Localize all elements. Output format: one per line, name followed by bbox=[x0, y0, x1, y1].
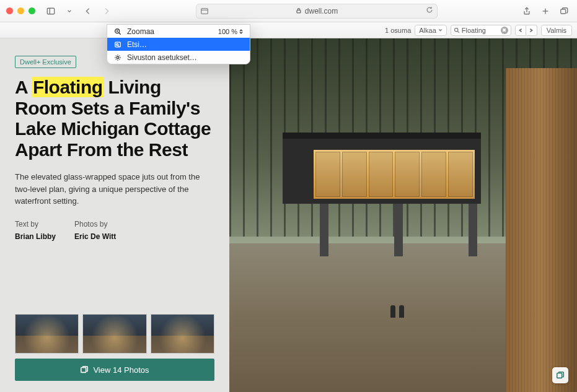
find-input-value: Floating bbox=[462, 27, 486, 34]
browser-toolbar: dwell.com bbox=[0, 0, 577, 22]
tab-group-chevron-icon[interactable] bbox=[63, 4, 76, 18]
svg-line-17 bbox=[457, 31, 459, 33]
find-count: 1 osuma bbox=[385, 27, 411, 34]
thumbnail[interactable] bbox=[82, 314, 146, 354]
svg-line-9 bbox=[119, 32, 121, 34]
new-tab-button[interactable] bbox=[539, 4, 552, 18]
svg-point-13 bbox=[117, 43, 118, 45]
find-highlight: Floating bbox=[32, 77, 104, 97]
address-domain: dwell.com bbox=[305, 7, 338, 15]
menu-zoom-label: Zoomaa bbox=[127, 27, 154, 36]
find-prev-button[interactable] bbox=[515, 25, 526, 36]
forward-button[interactable] bbox=[100, 4, 113, 18]
page-settings-icon[interactable] bbox=[200, 7, 209, 15]
menu-settings-label: Sivuston asetukset… bbox=[127, 53, 197, 62]
reload-button[interactable] bbox=[426, 6, 433, 15]
photos-by-author[interactable]: Eric De Witt bbox=[74, 232, 116, 241]
photos-by-label: Photos by bbox=[74, 220, 116, 229]
menu-site-settings[interactable]: Sivuston asetukset… bbox=[107, 51, 250, 64]
find-bar: 1 osuma Alkaa Floating Valmis bbox=[0, 22, 577, 38]
minimize-window-button[interactable] bbox=[17, 7, 24, 14]
share-button[interactable] bbox=[520, 4, 534, 18]
svg-rect-0 bbox=[47, 8, 54, 14]
clear-find-button[interactable] bbox=[501, 27, 508, 34]
svg-rect-2 bbox=[201, 8, 208, 14]
tab-overview-button[interactable] bbox=[557, 4, 571, 18]
find-scope-select[interactable]: Alkaa bbox=[415, 25, 447, 36]
thumbnail[interactable] bbox=[15, 314, 79, 354]
svg-rect-7 bbox=[561, 9, 566, 13]
find-icon bbox=[113, 41, 122, 48]
stepper-icon bbox=[239, 29, 244, 34]
gallery-icon bbox=[556, 371, 565, 380]
gallery-icon bbox=[80, 365, 89, 374]
page-menu: Zoomaa 100 % Etsi… Sivuston asetukset… bbox=[107, 24, 250, 64]
find-next-button[interactable] bbox=[526, 25, 537, 36]
article-headline: A Floating Living Room Sets a Family's L… bbox=[15, 77, 214, 160]
hero-image bbox=[229, 38, 577, 392]
svg-rect-21 bbox=[557, 373, 562, 378]
exclusive-badge: Dwell+ Exclusive bbox=[15, 56, 76, 68]
menu-zoom[interactable]: Zoomaa 100 % bbox=[107, 25, 250, 38]
close-window-button[interactable] bbox=[6, 7, 13, 14]
zoom-icon bbox=[113, 28, 122, 35]
text-by-author[interactable]: Brian Libby bbox=[15, 232, 56, 241]
find-input[interactable]: Floating bbox=[451, 25, 511, 36]
lock-icon bbox=[296, 7, 302, 15]
search-icon bbox=[454, 27, 460, 33]
address-bar-wrap: dwell.com bbox=[118, 4, 515, 19]
window-controls bbox=[6, 7, 35, 14]
thumbnail[interactable] bbox=[151, 314, 214, 354]
article-subhead: The elevated glass-wrapped space juts ou… bbox=[15, 171, 214, 207]
gear-icon bbox=[113, 54, 122, 61]
sidebar-toggle-button[interactable] bbox=[44, 4, 58, 18]
svg-line-14 bbox=[118, 45, 119, 46]
text-by-label: Text by bbox=[15, 220, 56, 229]
svg-point-16 bbox=[454, 28, 457, 31]
menu-find-label: Etsi… bbox=[127, 40, 147, 49]
photo-thumbnails bbox=[15, 302, 214, 354]
menu-zoom-value[interactable]: 100 % bbox=[218, 28, 244, 35]
article-panel: Dwell+ Exclusive A Floating Living Room … bbox=[0, 38, 229, 392]
gallery-fab-button[interactable] bbox=[552, 367, 568, 383]
find-done-button[interactable]: Valmis bbox=[541, 25, 572, 36]
menu-find[interactable]: Etsi… bbox=[107, 38, 250, 51]
find-step-buttons bbox=[515, 25, 537, 36]
svg-rect-4 bbox=[297, 10, 301, 12]
svg-rect-20 bbox=[81, 368, 86, 373]
svg-point-15 bbox=[117, 56, 118, 58]
address-bar[interactable]: dwell.com bbox=[196, 4, 438, 19]
chevron-down-icon bbox=[438, 28, 443, 32]
back-button[interactable] bbox=[81, 4, 95, 18]
article-credits: Text by Brian Libby Photos by Eric De Wi… bbox=[15, 220, 214, 241]
zoom-window-button[interactable] bbox=[29, 7, 35, 14]
view-photos-button[interactable]: View 14 Photos bbox=[15, 359, 214, 381]
page-content: Dwell+ Exclusive A Floating Living Room … bbox=[0, 38, 577, 392]
